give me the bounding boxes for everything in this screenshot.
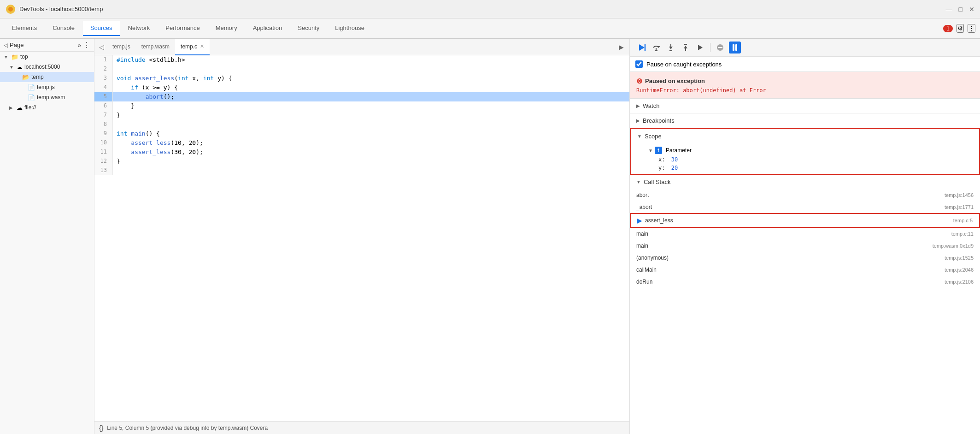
- scope-x-key: x:: [658, 156, 669, 163]
- scope-param-label: Parameter: [666, 147, 692, 154]
- callstack-item-main-1[interactable]: main temp.c:11: [630, 228, 980, 240]
- svg-rect-17: [735, 44, 737, 51]
- code-line-10: 10 assert_less(10, 20);: [94, 138, 629, 148]
- titlebar: DevTools - localhost:5000/temp — □ ✕: [0, 0, 980, 18]
- tree-label-localhost: localhost:5000: [24, 64, 60, 70]
- exception-banner: ⊗ Paused on exception RuntimeError: abor…: [630, 72, 980, 99]
- more-button[interactable]: ⋮: [968, 24, 975, 33]
- file-tab-label-temp-wasm: temp.wasm: [141, 43, 170, 50]
- callstack-loc-anonymous: temp.js:1525: [945, 255, 974, 261]
- page-more-button[interactable]: »: [77, 42, 81, 49]
- callstack-name-assert_less: ▶ assert_less: [637, 217, 673, 224]
- breakpoints-section-header[interactable]: ▶ Breakpoints: [630, 113, 980, 128]
- pause-on-exceptions-button[interactable]: [729, 42, 741, 54]
- line-num-12: 12: [94, 157, 113, 166]
- tree-arrow-localhost: ▼: [9, 65, 15, 70]
- step-over-button[interactable]: [650, 42, 662, 54]
- scope-param-row: ▼ f Parameter: [631, 145, 979, 155]
- folder-icon-temp: 📂: [22, 74, 29, 81]
- callstack-item-callmain[interactable]: callMain temp.js:2046: [630, 264, 980, 276]
- line-num-1: 1: [94, 55, 113, 65]
- step-button[interactable]: [694, 42, 706, 54]
- callstack-item-dorun[interactable]: doRun temp.js:2106: [630, 276, 980, 288]
- exception-banner-title: ⊗ Paused on exception: [636, 77, 974, 85]
- callstack-section-header[interactable]: ▼ Call Stack: [630, 175, 980, 189]
- callstack-item-main-2[interactable]: main temp.wasm:0x1d9: [630, 240, 980, 252]
- tree-item-temp-wasm[interactable]: 📄 temp.wasm: [0, 92, 94, 102]
- prev-file-button[interactable]: ◁: [96, 43, 107, 51]
- callstack-label: Call Stack: [644, 178, 671, 185]
- tab-sources[interactable]: Sources: [83, 21, 120, 36]
- devtools-logo: [6, 4, 16, 14]
- callstack-item-abort[interactable]: abort temp.js:1456: [630, 189, 980, 201]
- line-num-9: 9: [94, 129, 113, 138]
- tree-item-temp-js[interactable]: 📄 temp.js: [0, 82, 94, 92]
- breakpoints-arrow-icon: ▶: [636, 118, 640, 123]
- callstack-loc-callmain: temp.js:2046: [945, 267, 974, 273]
- tab-console[interactable]: Console: [45, 21, 82, 36]
- tab-application[interactable]: Application: [246, 21, 290, 36]
- file-tab-temp-c[interactable]: temp.c ✕: [175, 39, 210, 55]
- tab-memory[interactable]: Memory: [208, 21, 245, 36]
- pause-exceptions-checkbox[interactable]: [635, 60, 643, 68]
- code-line-7: 7 }: [94, 111, 629, 120]
- collapse-button[interactable]: ◁: [4, 42, 8, 48]
- page-menu-button[interactable]: ⋮: [83, 41, 90, 49]
- line-content-5: abort();: [113, 92, 178, 101]
- callstack-item-assert_less[interactable]: ▶ assert_less temp.c:5: [630, 213, 980, 228]
- more-files-button[interactable]: ▶: [615, 43, 628, 51]
- scope-x-row: x: 30: [631, 155, 979, 164]
- callstack-current-arrow-icon: ▶: [637, 217, 642, 224]
- callstack-name-abort: abort: [636, 192, 649, 198]
- line-content-2: [113, 65, 120, 74]
- code-line-3: 3 void assert_less(int x, int y) {: [94, 74, 629, 83]
- step-out-button[interactable]: [680, 42, 692, 54]
- error-badge: 1: [943, 25, 953, 32]
- wasm-icon: 📄: [28, 94, 35, 101]
- svg-point-1: [8, 7, 13, 12]
- scope-y-key: y:: [658, 165, 669, 171]
- file-tab-close-icon[interactable]: ✕: [200, 43, 204, 49]
- tab-lighthouse[interactable]: Lighthouse: [328, 21, 372, 36]
- line-content-7: }: [113, 111, 124, 120]
- code-line-4: 4 if (x >= y) {: [94, 83, 629, 92]
- tree-item-file[interactable]: ▶ ☁ file://: [0, 102, 94, 113]
- tab-elements[interactable]: Elements: [5, 21, 44, 36]
- close-button[interactable]: ✕: [969, 6, 974, 13]
- tree-item-top[interactable]: ▼ 📁 top: [0, 52, 94, 62]
- code-line-5: 5 abort();: [94, 92, 629, 101]
- callstack-item-_abort[interactable]: _abort temp.js:1771: [630, 201, 980, 213]
- tree-item-localhost[interactable]: ▼ ☁ localhost:5000: [0, 62, 94, 72]
- callstack-name-main-2: main: [636, 243, 648, 249]
- right-panel: Pause on caught exceptions ⊗ Paused on e…: [630, 39, 980, 434]
- minimize-button[interactable]: —: [946, 6, 952, 13]
- watch-label: Watch: [643, 102, 659, 109]
- line-content-11: assert_less(30, 20);: [113, 148, 207, 157]
- scope-label: Scope: [645, 133, 662, 140]
- file-tab-temp-wasm[interactable]: temp.wasm: [136, 39, 175, 55]
- main-container: ◁ Page » ⋮ ▼ 📁 top ▼ ☁ localhost:5000 📂 …: [0, 39, 980, 434]
- svg-marker-2: [639, 44, 645, 51]
- settings-button[interactable]: ⚙: [957, 24, 964, 33]
- watch-arrow-icon: ▶: [636, 103, 640, 108]
- tab-performance[interactable]: Performance: [158, 21, 207, 36]
- tree-item-temp[interactable]: 📂 temp: [0, 72, 94, 82]
- tab-network[interactable]: Network: [121, 21, 158, 36]
- deactivate-breakpoints-button[interactable]: [714, 42, 726, 54]
- file-tab-temp-js[interactable]: temp.js: [107, 39, 136, 55]
- tree-arrow-top: ▼: [4, 54, 9, 59]
- code-line-1: 1 #include <stdlib.h>: [94, 55, 629, 65]
- code-area[interactable]: 1 #include <stdlib.h> 2 3 void assert_le…: [94, 55, 629, 421]
- scope-section-header[interactable]: ▼ Scope: [631, 129, 979, 143]
- code-line-12: 12 }: [94, 157, 629, 166]
- callstack-item-anonymous[interactable]: (anonymous) temp.js:1525: [630, 252, 980, 264]
- pause-exceptions-label: Pause on caught exceptions: [646, 61, 722, 68]
- cloud-icon-file: ☁: [17, 104, 23, 111]
- watch-section-header[interactable]: ▶ Watch: [630, 99, 980, 113]
- file-tab-label-temp-js: temp.js: [112, 43, 130, 50]
- step-into-button[interactable]: [665, 42, 677, 54]
- line-num-13: 13: [94, 166, 113, 175]
- tab-security[interactable]: Security: [290, 21, 327, 36]
- resume-button[interactable]: [635, 42, 647, 54]
- maximize-button[interactable]: □: [959, 6, 962, 13]
